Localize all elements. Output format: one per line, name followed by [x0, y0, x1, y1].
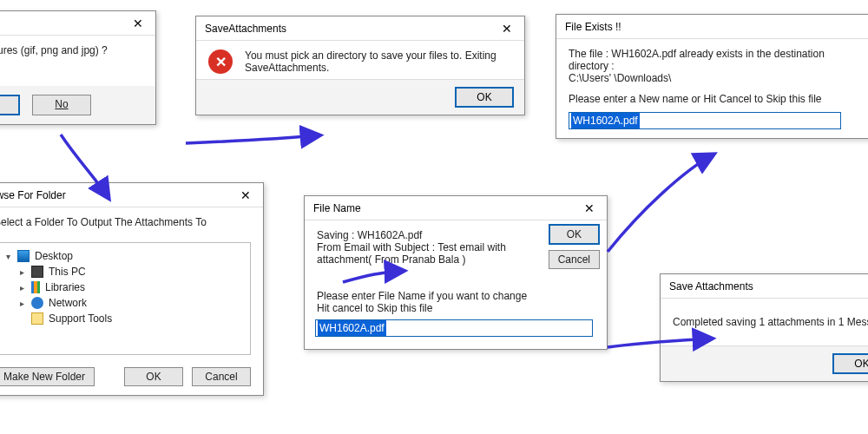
file-name-title: File Name — [313, 202, 361, 214]
file-exists-input[interactable]: WH1602A.pdf — [569, 112, 841, 129]
pc-icon — [31, 266, 43, 278]
save-attachments-error-message: You must pick an directory to save your … — [245, 49, 512, 74]
browse-folder-dialog: owse For Folder ✕ Select a Folder To Out… — [0, 182, 264, 396]
make-new-folder-button[interactable]: Make New Folder — [0, 367, 95, 386]
expand-icon[interactable]: ▸ — [17, 299, 26, 308]
save-attachments-done-dialog: Save Attachments ✕ Completed saving 1 at… — [660, 273, 868, 382]
libraries-icon — [31, 281, 40, 293]
browse-folder-prompt: Select a Folder To Output The Attachment… — [0, 216, 251, 228]
yes-button[interactable]: Yes — [0, 95, 20, 115]
folder-tree[interactable]: ▾ Desktop ▸ This PC ▸ Libraries ▸ — [0, 242, 251, 355]
desktop-icon — [17, 250, 30, 262]
cancel-button[interactable]: Cancel — [192, 367, 251, 386]
ok-button[interactable]: OK — [124, 367, 183, 386]
tree-item-libraries[interactable]: ▸ Libraries — [3, 279, 245, 295]
close-icon[interactable]: ✕ — [577, 199, 602, 218]
save-attachments-error-title: SaveAttachments — [205, 23, 286, 35]
file-name-line3: Please enter File Name if you want to ch… — [317, 290, 542, 302]
tree-item-thispc[interactable]: ▸ This PC — [3, 264, 245, 279]
collapse-icon[interactable]: ▾ — [3, 252, 12, 261]
file-name-input[interactable]: WH1602A.pdf — [315, 319, 593, 337]
save-option-dialog: e option ✕ ded pictures (gif, png and jp… — [0, 10, 156, 125]
ok-button[interactable]: OK — [832, 353, 868, 374]
file-exists-line3: Please enter a New name or Hit Cancel to… — [569, 93, 841, 105]
file-name-line2: From Email with Subject : Test email wit… — [317, 241, 542, 266]
ok-button[interactable]: OK — [455, 87, 514, 108]
file-exists-line1: The file : WH1602A.pdf already exists in… — [569, 48, 841, 72]
no-button[interactable]: No — [32, 95, 91, 115]
cancel-button[interactable]: Cancel — [549, 250, 600, 269]
folder-icon — [31, 312, 43, 325]
expand-icon[interactable]: ▸ — [17, 283, 26, 293]
tree-item-network[interactable]: ▸ Network — [3, 295, 245, 311]
save-attachments-error-dialog: SaveAttachments ✕ ✕ You must pick an dir… — [195, 16, 525, 115]
file-name-dialog: File Name ✕ Saving : WH1602A.pdf From Em… — [304, 195, 608, 350]
file-name-line4: Hit cancel to Skip this file — [317, 302, 542, 314]
tree-item-desktop[interactable]: ▾ Desktop — [3, 248, 245, 264]
close-icon[interactable]: ✕ — [126, 14, 150, 33]
file-exists-title: File Exists !! — [565, 21, 621, 33]
close-icon[interactable]: ✕ — [495, 19, 519, 38]
ok-button[interactable]: OK — [549, 224, 600, 245]
browse-folder-title: owse For Folder — [0, 189, 66, 201]
expand-icon[interactable]: ▸ — [17, 267, 26, 277]
close-icon[interactable]: ✕ — [233, 186, 258, 205]
save-attachments-done-title: Save Attachments — [669, 280, 753, 293]
file-name-line1: Saving : WH1602A.pdf — [317, 229, 542, 241]
file-exists-dialog: File Exists !! ✕ The file : WH1602A.pdf … — [556, 14, 868, 139]
tree-item-support-tools[interactable]: Support Tools — [3, 311, 245, 326]
error-icon: ✕ — [208, 49, 233, 74]
file-exists-line2: C:\Users' \Downloads\ — [569, 72, 841, 84]
save-attachments-done-message: Completed saving 1 attachments in 1 Mess — [673, 316, 868, 328]
save-option-message: ded pictures (gif, png and jpg) ? — [0, 44, 143, 79]
network-icon — [31, 297, 43, 309]
